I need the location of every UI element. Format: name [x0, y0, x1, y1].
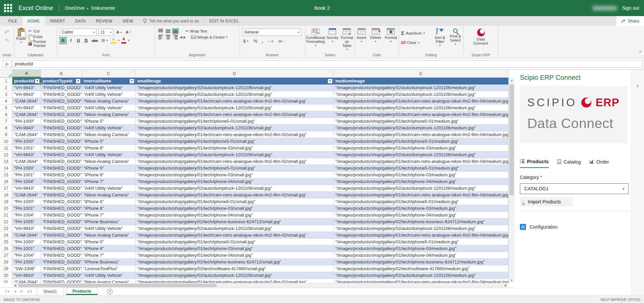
configuration-button[interactable]: Configuration: [520, 224, 628, 230]
formula-input[interactable]: productId: [12, 60, 643, 68]
cell[interactable]: "iPhone 6": [82, 145, 136, 152]
cell[interactable]: "FINISHED_GOOD": [41, 239, 82, 245]
font-color-button[interactable]: A: [120, 37, 127, 44]
cell[interactable]: "/images/products/shop/gallery/02/auto/d…: [136, 105, 334, 111]
row-header-30[interactable]: 30: [0, 272, 12, 279]
cell[interactable]: "Nikon Analog Camera": [82, 279, 136, 283]
align-right-button[interactable]: [172, 35, 178, 40]
font-family-select[interactable]: Calibri▾: [60, 28, 97, 36]
row-header-1[interactable]: 1: [0, 78, 12, 84]
column-header-E[interactable]: E: [334, 70, 508, 77]
number-format-select[interactable]: General▾: [242, 28, 301, 36]
cell[interactable]: "iPhone 6": [82, 245, 136, 252]
cell[interactable]: "/images/products/shop/gallery/01/tech/i…: [334, 118, 508, 125]
double-underline-button[interactable]: D: [83, 37, 90, 44]
row-header-10[interactable]: 10: [0, 138, 12, 145]
horizontal-scrollbar[interactable]: ◀ ▶: [12, 283, 508, 287]
row-header-16[interactable]: 16: [0, 178, 12, 185]
cell[interactable]: "PH-1005": [12, 259, 41, 265]
cell[interactable]: "FINISHED_GOOD": [41, 125, 82, 131]
cell[interactable]: "FINISHED_GOOD": [41, 98, 82, 105]
header-cell[interactable]: internalName▼: [82, 78, 136, 84]
tab-view[interactable]: VIEW: [117, 16, 138, 26]
decrease-indent-button[interactable]: ◀: [180, 36, 182, 39]
row-header-21[interactable]: 21: [0, 212, 12, 219]
cell[interactable]: "VH-9943": [12, 272, 41, 279]
cell[interactable]: "A40f Utility Vehicle": [82, 125, 136, 131]
tab-order[interactable]: Order: [590, 159, 609, 168]
next-sheet-button[interactable]: ▶: [21, 290, 23, 293]
cell[interactable]: "Nikon Analog Camera": [82, 131, 136, 138]
row-header-23[interactable]: 23: [0, 225, 12, 232]
cell[interactable]: "A40f Utility Vehicle": [82, 272, 136, 279]
cell[interactable]: "VH-9943": [12, 125, 41, 131]
breadcrumb-folder[interactable]: Dokumente: [91, 5, 115, 11]
cell[interactable]: "/images/products/shop/gallery/01/tech/i…: [334, 172, 508, 178]
cell[interactable]: "/images/products/shop/gallery/01/tech/i…: [136, 172, 334, 178]
cell[interactable]: "PH-1000": [12, 138, 41, 145]
edit-in-excel-button[interactable]: EDIT IN EXCEL: [204, 16, 245, 26]
cell[interactable]: "/images/products/shop/gallery/01/tech/c…: [334, 158, 508, 165]
row-header-20[interactable]: 20: [0, 205, 12, 212]
cell[interactable]: "/images/products/shop/gallery/01/tech/i…: [136, 165, 334, 172]
cell[interactable]: "/images/products/shop/gallery/02/auto/d…: [136, 152, 334, 158]
cell[interactable]: "/images/products/shop/gallery/01/tech/i…: [334, 145, 508, 152]
cell[interactable]: "CAM-2644": [12, 111, 41, 118]
chevron-down-icon[interactable]: ▾: [118, 39, 119, 42]
cell[interactable]: "FINISHED_GOOD": [41, 279, 82, 283]
column-header-D[interactable]: D: [136, 70, 334, 77]
cell[interactable]: "/images/products/shop/gallery/01/tech/i…: [136, 252, 334, 259]
row-header-13[interactable]: 13: [0, 158, 12, 165]
fx-button[interactable]: fx: [3, 60, 11, 68]
currency-button[interactable]: $▾: [242, 38, 249, 44]
cell[interactable]: "/images/products/shop/gallery/01/tech/i…: [334, 239, 508, 245]
help-improve-office-link[interactable]: HELP IMPROVE OFFICE: [600, 298, 641, 302]
cell[interactable]: "/images/products/shop/gallery/01/tech/i…: [334, 198, 508, 205]
cell[interactable]: "/images/products/shop/gallery/01/tech/c…: [136, 192, 334, 198]
cell[interactable]: "/images/products/shop/gallery/02/auto/d…: [136, 91, 334, 98]
cell[interactable]: "/images/products/shop/gallery/02/auto/d…: [136, 84, 334, 91]
cell[interactable]: "/images/products/shop/gallery/01/tech/i…: [136, 239, 334, 245]
cell[interactable]: "/images/products/shop/gallery/01/tech/c…: [136, 98, 334, 105]
cell[interactable]: "VH-9943": [12, 84, 41, 91]
chevron-down-icon[interactable]: ▾: [128, 39, 129, 42]
increase-font-button[interactable]: A▴: [115, 30, 123, 35]
app-launcher-icon[interactable]: [4, 4, 12, 12]
scroll-right-icon[interactable]: ▶: [503, 283, 508, 287]
cell[interactable]: "/images/products/shop/gallery/02/auto/d…: [334, 105, 508, 111]
cell[interactable]: "VH-9943": [12, 91, 41, 98]
cell[interactable]: "/images/products/shop/gallery/01/tech/c…: [136, 111, 334, 118]
cell[interactable]: "FINISHED_GOOD": [41, 192, 82, 198]
tab-insert[interactable]: INSERT: [45, 16, 70, 26]
collapse-ribbon-icon[interactable]: ^: [639, 50, 641, 55]
cell[interactable]: "iPhone Business": [82, 259, 136, 265]
cell[interactable]: "SW-1006": [12, 265, 41, 272]
fill-color-button[interactable]: ◇: [110, 37, 117, 44]
horizontal-scroll-thumb[interactable]: [18, 284, 216, 287]
cell[interactable]: "A40f Utility Vehicle": [82, 152, 136, 158]
breadcrumb-onedrive[interactable]: OneDrive: [65, 5, 85, 11]
tab-catalog[interactable]: Catalog: [557, 159, 581, 168]
tab-file[interactable]: FILE: [3, 16, 22, 26]
align-bottom-button[interactable]: [172, 28, 178, 34]
cell[interactable]: "/images/products/shop/gallery/01/tech/i…: [136, 212, 334, 219]
cell[interactable]: "/images/products/shop/gallery/01/tech/i…: [334, 138, 508, 145]
cell[interactable]: "Nikon Analog Camera": [82, 232, 136, 239]
row-header-27[interactable]: 27: [0, 252, 12, 259]
cell[interactable]: "Nikon Analog Camera": [82, 98, 136, 105]
cell[interactable]: "/images/products/shop/gallery/01/tech/i…: [334, 165, 508, 172]
wrap-text-button[interactable]: ↩Wrap Text: [184, 28, 208, 34]
row-header-31[interactable]: 31: [0, 279, 12, 283]
cell[interactable]: "FINISHED_GOOD": [41, 158, 82, 165]
cell[interactable]: "/images/products/shop/gallery/02/tech/i…: [136, 219, 334, 225]
cell[interactable]: "/images/products/shop/gallery/01/tech/i…: [136, 245, 334, 252]
cell[interactable]: "VH-9943": [12, 105, 41, 111]
row-header-17[interactable]: 17: [0, 185, 12, 192]
increase-indent-button[interactable]: ▶: [183, 36, 186, 39]
cell[interactable]: "/images/products/shop/gallery/02/tech/s…: [136, 265, 334, 272]
format-painter-button[interactable]: Format Painter: [28, 40, 57, 48]
cell[interactable]: "/images/products/shop/gallery/02/tech/s…: [334, 265, 508, 272]
column-header-B[interactable]: B: [41, 70, 82, 77]
cell[interactable]: "/images/products/shop/gallery/02/tech/i…: [334, 219, 508, 225]
prev-sheet-button[interactable]: ◀: [14, 290, 16, 293]
